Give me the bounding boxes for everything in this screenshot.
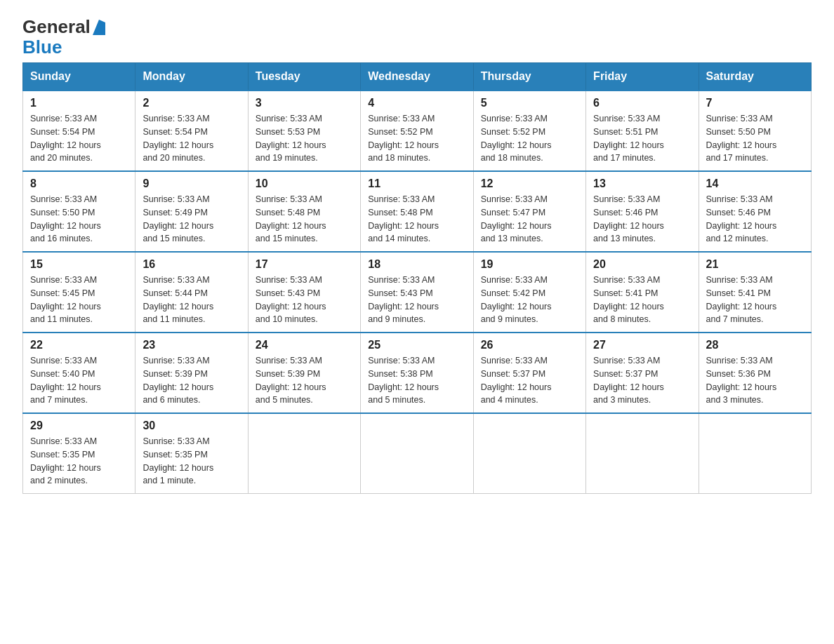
calendar-week-row: 22Sunrise: 5:33 AMSunset: 5:40 PMDayligh…: [23, 333, 812, 413]
calendar-cell: 22Sunrise: 5:33 AMSunset: 5:40 PMDayligh…: [23, 333, 135, 413]
day-number: 9: [143, 177, 240, 190]
page-header: General Blue: [22, 17, 812, 57]
day-info: Sunrise: 5:33 AMSunset: 5:35 PMDaylight:…: [143, 435, 240, 488]
day-info: Sunrise: 5:33 AMSunset: 5:39 PMDaylight:…: [256, 354, 353, 407]
day-info: Sunrise: 5:33 AMSunset: 5:40 PMDaylight:…: [30, 354, 128, 407]
day-info: Sunrise: 5:33 AMSunset: 5:36 PMDaylight:…: [706, 354, 804, 407]
day-number: 4: [368, 97, 465, 109]
day-number: 24: [256, 339, 353, 351]
calendar-week-row: 1Sunrise: 5:33 AMSunset: 5:54 PMDaylight…: [23, 90, 812, 171]
col-header-saturday: Saturday: [699, 63, 811, 91]
day-number: 12: [481, 177, 578, 190]
day-number: 2: [143, 97, 240, 109]
day-number: 28: [706, 339, 804, 351]
day-info: Sunrise: 5:33 AMSunset: 5:51 PMDaylight:…: [593, 112, 691, 165]
day-number: 1: [30, 97, 128, 109]
logo-arrow-icon: [93, 20, 105, 35]
calendar-cell: 5Sunrise: 5:33 AMSunset: 5:52 PMDaylight…: [473, 90, 585, 171]
day-number: 15: [30, 258, 128, 271]
calendar-cell: 15Sunrise: 5:33 AMSunset: 5:45 PMDayligh…: [23, 252, 135, 333]
calendar-cell: 9Sunrise: 5:33 AMSunset: 5:49 PMDaylight…: [135, 171, 248, 252]
logo-general-text: General: [22, 17, 91, 37]
col-header-monday: Monday: [135, 63, 248, 91]
col-header-sunday: Sunday: [23, 63, 135, 91]
calendar-week-row: 15Sunrise: 5:33 AMSunset: 5:45 PMDayligh…: [23, 252, 812, 333]
day-info: Sunrise: 5:33 AMSunset: 5:47 PMDaylight:…: [481, 193, 578, 246]
logo-container: General Blue: [22, 17, 105, 57]
day-info: Sunrise: 5:33 AMSunset: 5:54 PMDaylight:…: [30, 112, 128, 165]
calendar-cell: 20Sunrise: 5:33 AMSunset: 5:41 PMDayligh…: [586, 252, 699, 333]
calendar-cell: 29Sunrise: 5:33 AMSunset: 5:35 PMDayligh…: [23, 413, 135, 494]
day-info: Sunrise: 5:33 AMSunset: 5:43 PMDaylight:…: [368, 274, 465, 326]
day-info: Sunrise: 5:33 AMSunset: 5:45 PMDaylight:…: [30, 274, 128, 326]
calendar-cell: 30Sunrise: 5:33 AMSunset: 5:35 PMDayligh…: [135, 413, 248, 494]
day-info: Sunrise: 5:33 AMSunset: 5:35 PMDaylight:…: [30, 435, 128, 488]
day-info: Sunrise: 5:33 AMSunset: 5:53 PMDaylight:…: [256, 112, 353, 165]
calendar-header-row: SundayMondayTuesdayWednesdayThursdayFrid…: [23, 63, 812, 91]
calendar-cell: [361, 413, 473, 494]
calendar-cell: 18Sunrise: 5:33 AMSunset: 5:43 PMDayligh…: [361, 252, 473, 333]
calendar-cell: [473, 413, 585, 494]
calendar-cell: 6Sunrise: 5:33 AMSunset: 5:51 PMDaylight…: [586, 90, 699, 171]
day-info: Sunrise: 5:33 AMSunset: 5:49 PMDaylight:…: [143, 193, 240, 246]
col-header-thursday: Thursday: [473, 63, 585, 91]
day-number: 26: [481, 339, 578, 351]
calendar-cell: 26Sunrise: 5:33 AMSunset: 5:37 PMDayligh…: [473, 333, 585, 413]
day-number: 29: [30, 420, 128, 432]
day-number: 13: [593, 177, 691, 190]
calendar-cell: 21Sunrise: 5:33 AMSunset: 5:41 PMDayligh…: [699, 252, 811, 333]
day-number: 14: [706, 177, 804, 190]
calendar-cell: 23Sunrise: 5:33 AMSunset: 5:39 PMDayligh…: [135, 333, 248, 413]
calendar-cell: 7Sunrise: 5:33 AMSunset: 5:50 PMDaylight…: [699, 90, 811, 171]
calendar-cell: 25Sunrise: 5:33 AMSunset: 5:38 PMDayligh…: [361, 333, 473, 413]
day-info: Sunrise: 5:33 AMSunset: 5:52 PMDaylight:…: [481, 112, 578, 165]
day-number: 16: [143, 258, 240, 271]
day-info: Sunrise: 5:33 AMSunset: 5:39 PMDaylight:…: [143, 354, 240, 407]
svg-marker-0: [93, 20, 105, 35]
day-number: 18: [368, 258, 465, 271]
col-header-wednesday: Wednesday: [361, 63, 473, 91]
day-number: 17: [256, 258, 353, 271]
calendar-cell: 3Sunrise: 5:33 AMSunset: 5:53 PMDaylight…: [248, 90, 360, 171]
day-number: 10: [256, 177, 353, 190]
logo: General Blue: [22, 17, 105, 57]
logo-blue-text: Blue: [22, 37, 105, 58]
day-number: 27: [593, 339, 691, 351]
calendar-week-row: 29Sunrise: 5:33 AMSunset: 5:35 PMDayligh…: [23, 413, 812, 494]
logo-top-row: General: [22, 17, 105, 37]
day-info: Sunrise: 5:33 AMSunset: 5:41 PMDaylight:…: [593, 274, 691, 326]
day-number: 21: [706, 258, 804, 271]
day-info: Sunrise: 5:33 AMSunset: 5:48 PMDaylight:…: [368, 193, 465, 246]
calendar-cell: 24Sunrise: 5:33 AMSunset: 5:39 PMDayligh…: [248, 333, 360, 413]
calendar-cell: 13Sunrise: 5:33 AMSunset: 5:46 PMDayligh…: [586, 171, 699, 252]
calendar-cell: 19Sunrise: 5:33 AMSunset: 5:42 PMDayligh…: [473, 252, 585, 333]
day-number: 6: [593, 97, 691, 109]
calendar-cell: [586, 413, 699, 494]
day-info: Sunrise: 5:33 AMSunset: 5:41 PMDaylight:…: [706, 274, 804, 326]
day-info: Sunrise: 5:33 AMSunset: 5:48 PMDaylight:…: [256, 193, 353, 246]
calendar-cell: 10Sunrise: 5:33 AMSunset: 5:48 PMDayligh…: [248, 171, 360, 252]
calendar-cell: [248, 413, 360, 494]
calendar-cell: 14Sunrise: 5:33 AMSunset: 5:46 PMDayligh…: [699, 171, 811, 252]
day-info: Sunrise: 5:33 AMSunset: 5:43 PMDaylight:…: [256, 274, 353, 326]
calendar-cell: 1Sunrise: 5:33 AMSunset: 5:54 PMDaylight…: [23, 90, 135, 171]
calendar-table: SundayMondayTuesdayWednesdayThursdayFrid…: [22, 62, 812, 494]
calendar-cell: 17Sunrise: 5:33 AMSunset: 5:43 PMDayligh…: [248, 252, 360, 333]
day-info: Sunrise: 5:33 AMSunset: 5:38 PMDaylight:…: [368, 354, 465, 407]
calendar-cell: 27Sunrise: 5:33 AMSunset: 5:37 PMDayligh…: [586, 333, 699, 413]
calendar-week-row: 8Sunrise: 5:33 AMSunset: 5:50 PMDaylight…: [23, 171, 812, 252]
calendar-cell: 4Sunrise: 5:33 AMSunset: 5:52 PMDaylight…: [361, 90, 473, 171]
day-info: Sunrise: 5:33 AMSunset: 5:37 PMDaylight:…: [593, 354, 691, 407]
day-number: 22: [30, 339, 128, 351]
day-info: Sunrise: 5:33 AMSunset: 5:50 PMDaylight:…: [30, 193, 128, 246]
day-number: 20: [593, 258, 691, 271]
day-number: 8: [30, 177, 128, 190]
day-info: Sunrise: 5:33 AMSunset: 5:44 PMDaylight:…: [143, 274, 240, 326]
day-number: 3: [256, 97, 353, 109]
calendar-cell: 16Sunrise: 5:33 AMSunset: 5:44 PMDayligh…: [135, 252, 248, 333]
day-number: 11: [368, 177, 465, 190]
day-info: Sunrise: 5:33 AMSunset: 5:46 PMDaylight:…: [593, 193, 691, 246]
day-info: Sunrise: 5:33 AMSunset: 5:46 PMDaylight:…: [706, 193, 804, 246]
col-header-friday: Friday: [586, 63, 699, 91]
col-header-tuesday: Tuesday: [248, 63, 360, 91]
